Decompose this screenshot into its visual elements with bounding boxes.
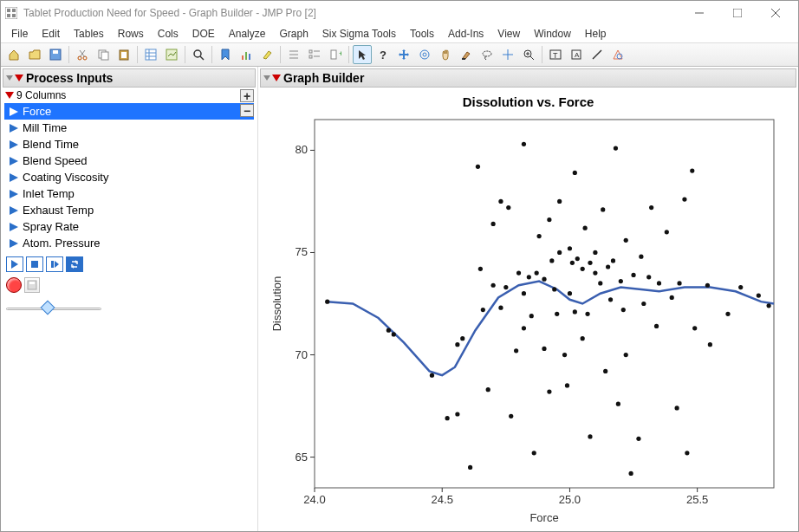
save-icon[interactable] <box>46 45 65 64</box>
svg-point-110 <box>549 258 554 263</box>
svg-point-144 <box>631 273 635 277</box>
svg-point-143 <box>629 471 633 476</box>
graph-panel-header[interactable]: Graph Builder <box>260 68 796 88</box>
menu-rows[interactable]: Rows <box>111 26 151 42</box>
menu-view[interactable]: View <box>490 26 527 42</box>
add-column-button[interactable]: + <box>240 89 254 102</box>
record-button[interactable] <box>6 277 22 293</box>
cut-icon[interactable] <box>73 45 92 64</box>
svg-point-151 <box>657 281 661 285</box>
svg-text:24.5: 24.5 <box>432 493 453 506</box>
chart-icon[interactable] <box>237 45 256 64</box>
menu-file[interactable]: File <box>4 26 35 42</box>
design-icon[interactable] <box>162 45 181 64</box>
remove-column-button[interactable]: − <box>240 104 254 117</box>
svg-point-40 <box>483 51 491 56</box>
maximize-button[interactable] <box>718 2 757 24</box>
search-icon[interactable] <box>189 45 208 64</box>
svg-point-115 <box>562 353 567 357</box>
svg-point-142 <box>624 238 628 243</box>
list-view-icon[interactable] <box>284 45 303 64</box>
menu-cols[interactable]: Cols <box>151 26 185 42</box>
column-item[interactable]: Mill Time <box>4 120 254 136</box>
svg-point-88 <box>486 387 490 392</box>
column-item[interactable]: Blend Speed <box>4 152 254 169</box>
svg-point-158 <box>690 168 694 172</box>
table-icon[interactable] <box>141 45 160 64</box>
copy-icon[interactable] <box>94 45 113 64</box>
menu-tools[interactable]: Tools <box>403 26 441 42</box>
text-tool-icon[interactable]: T <box>546 45 565 64</box>
help-tool-icon[interactable]: ? <box>374 45 393 64</box>
highlight-marker-icon[interactable] <box>257 45 276 64</box>
column-item[interactable]: Blend Time <box>4 136 254 152</box>
play-button[interactable] <box>6 256 23 272</box>
graph-panel-title: Graph Builder <box>283 71 364 85</box>
menu-edit[interactable]: Edit <box>35 26 67 42</box>
svg-point-84 <box>468 465 472 470</box>
task-list-icon[interactable] <box>305 45 324 64</box>
target-tool-icon[interactable] <box>415 45 434 64</box>
minimize-button[interactable] <box>680 2 718 24</box>
columns-subheader[interactable]: 9 Columns + − <box>3 88 256 103</box>
column-item[interactable]: Coating Viscosity <box>4 169 254 185</box>
menu-doe[interactable]: DOE <box>185 26 222 42</box>
menu-six-sigma-tools[interactable]: Six Sigma Tools <box>315 26 403 42</box>
hand-tool-icon[interactable] <box>436 45 455 64</box>
svg-point-82 <box>455 412 459 416</box>
sidebar: Process Inputs 9 Columns + − ForceMill T… <box>1 67 258 532</box>
svg-point-119 <box>570 261 575 265</box>
annotation-tool-icon[interactable]: A <box>567 45 586 64</box>
crosshair-tool-icon[interactable] <box>498 45 517 64</box>
chart-area[interactable]: 6570758024.024.525.025.5ForceDissolution <box>267 111 787 527</box>
open-icon[interactable] <box>25 45 44 64</box>
column-item[interactable]: Exhaust Temp <box>4 202 254 218</box>
svg-rect-4 <box>12 14 16 17</box>
home-icon[interactable] <box>4 45 23 64</box>
svg-rect-25 <box>245 52 247 60</box>
svg-point-150 <box>654 324 659 328</box>
add-column-icon[interactable]: + <box>326 45 345 64</box>
move-tool-icon[interactable] <box>394 45 413 64</box>
menu-graph[interactable]: Graph <box>272 26 315 42</box>
red-triangle-icon[interactable] <box>272 75 281 81</box>
column-item[interactable]: Atom. Pressure <box>4 235 254 251</box>
bookmark-icon[interactable] <box>216 45 235 64</box>
arrow-tool-icon[interactable] <box>353 45 372 64</box>
menu-tables[interactable]: Tables <box>67 26 111 42</box>
sidebar-panel-header[interactable]: Process Inputs <box>3 68 256 88</box>
paste-icon[interactable] <box>114 45 133 64</box>
menu-add-ins[interactable]: Add-Ins <box>441 26 490 42</box>
svg-point-86 <box>478 267 483 271</box>
sidebar-title: Process Inputs <box>26 71 113 85</box>
line-tool-icon[interactable] <box>588 45 607 64</box>
save-disk-icon[interactable] <box>24 277 40 293</box>
svg-rect-30 <box>309 50 312 53</box>
menu-analyze[interactable]: Analyze <box>222 26 273 42</box>
menu-window[interactable]: Window <box>527 26 578 42</box>
brush-tool-icon[interactable] <box>457 45 476 64</box>
shape-tool-icon[interactable] <box>608 45 627 64</box>
stop-button[interactable] <box>26 256 43 272</box>
red-triangle-icon[interactable] <box>15 75 23 81</box>
column-item[interactable]: Spray Rate <box>4 218 254 235</box>
step-button[interactable] <box>46 256 63 272</box>
close-button[interactable] <box>757 2 795 24</box>
zoom-tool-icon[interactable] <box>519 45 538 64</box>
svg-rect-1 <box>7 9 10 12</box>
menu-help[interactable]: Help <box>578 26 614 42</box>
svg-rect-14 <box>101 52 108 60</box>
column-item[interactable]: Force <box>4 103 254 120</box>
svg-point-92 <box>498 199 503 204</box>
svg-text:?: ? <box>380 49 387 61</box>
svg-rect-56 <box>29 282 35 284</box>
column-item[interactable]: Inlet Temp <box>4 185 254 202</box>
speed-slider[interactable] <box>6 302 101 315</box>
lasso-tool-icon[interactable] <box>477 45 497 64</box>
svg-point-132 <box>601 207 605 211</box>
loop-button[interactable] <box>66 256 83 272</box>
svg-point-117 <box>568 246 572 250</box>
red-triangle-icon[interactable] <box>5 92 14 99</box>
svg-line-51 <box>593 50 601 59</box>
svg-point-149 <box>649 205 653 210</box>
